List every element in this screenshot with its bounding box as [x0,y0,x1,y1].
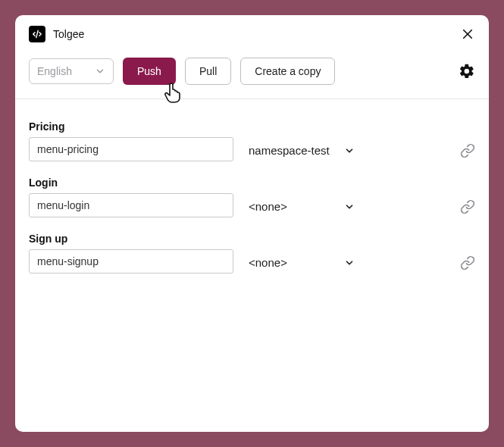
namespace-value: <none> [249,256,287,269]
svg-line-0 [36,30,38,37]
link-icon [460,143,475,158]
app-icon [29,26,45,42]
language-select[interactable]: English [29,58,114,84]
chevron-down-icon [95,66,105,77]
chevron-down-icon [344,258,355,268]
link-button[interactable] [460,143,475,158]
close-button[interactable] [460,27,475,42]
namespace-select[interactable]: <none> [249,200,355,217]
key-input[interactable] [29,193,233,217]
key-field: Sign up [29,233,233,274]
link-cell [370,199,475,217]
link-icon [460,255,475,270]
push-button[interactable]: Push [123,58,176,85]
key-label: Sign up [29,233,233,245]
link-button[interactable] [460,255,475,270]
link-cell [370,255,475,274]
key-row: Sign up <none> [29,233,475,274]
chevron-down-icon [344,202,355,212]
key-input[interactable] [29,249,233,274]
key-label: Login [29,177,233,189]
namespace-value: namespace-test [249,144,330,157]
key-field: Pricing [29,120,233,161]
key-field: Login [29,177,233,217]
create-copy-button[interactable]: Create a copy [240,58,335,85]
titlebar: Tolgee [15,15,489,50]
app-title: Tolgee [53,28,84,40]
chevron-down-icon [344,145,355,156]
link-button[interactable] [460,199,475,214]
namespace-value: <none> [249,200,287,213]
settings-button[interactable] [459,63,475,80]
close-icon [461,27,474,41]
gear-icon [459,63,475,80]
pull-button[interactable]: Pull [185,58,231,85]
key-label: Pricing [29,120,233,133]
namespace-select[interactable]: namespace-test [249,144,355,161]
link-cell [370,143,475,161]
app-window: Tolgee English Push Pull Create a copy P… [15,15,489,432]
key-row: Pricing namespace-test [29,120,475,161]
key-row: Login <none> [29,177,475,217]
toolbar: English Push Pull Create a copy [15,50,489,99]
link-icon [460,199,475,214]
language-value: English [37,65,72,77]
content-area: Pricing namespace-test Login <none> [15,99,489,432]
namespace-select[interactable]: <none> [249,256,355,274]
key-input[interactable] [29,137,233,161]
